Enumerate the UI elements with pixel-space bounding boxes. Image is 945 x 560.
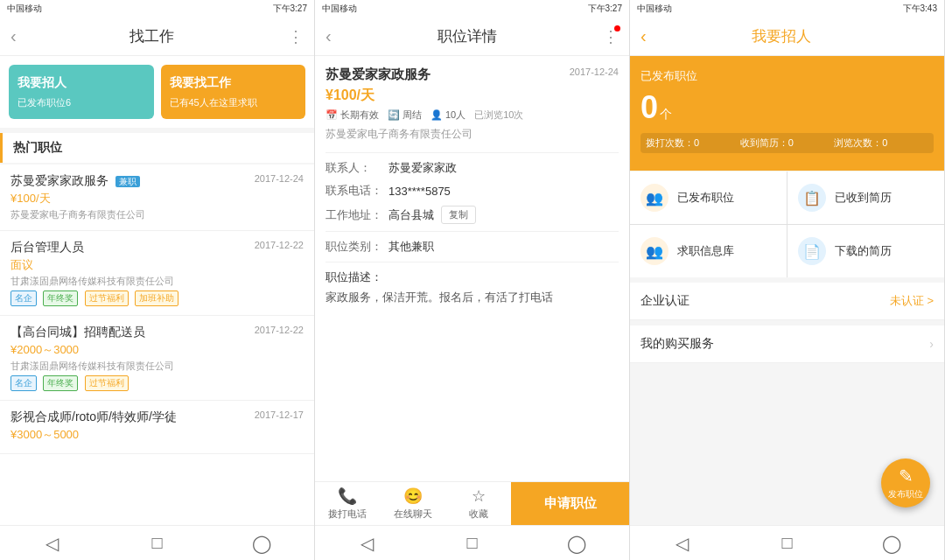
- contact-value: 苏曼爱家家政: [388, 160, 457, 176]
- carrier-3: 中国移动: [637, 3, 672, 15]
- panel3-scroll: 已发布职位 0 个 拨打次数：0 收到简历：0 浏览次数：0 👥 已发布职位 📋…: [630, 56, 944, 525]
- nav-recent-btn-2[interactable]: ◯: [559, 533, 594, 554]
- detail-content: 苏曼爱家家政服务 2017-12-24 ¥100/天 📅 长期有效 🔄 周结 👤…: [315, 56, 629, 481]
- download-icon: 📄: [798, 237, 826, 265]
- detail-meta: 📅 长期有效 🔄 周结 👤 10人 已浏览10次: [326, 108, 619, 122]
- job-item-3[interactable]: 【高台同城】招聘配送员 2017-12-22 ¥2000～3000 甘肃漾固鼎网…: [0, 316, 314, 401]
- job-tag-part: 兼职: [116, 176, 140, 187]
- detail-bottom-bar: 📞 拨打电话 😊 在线聊天 ☆ 收藏 申请职位: [315, 481, 629, 525]
- addr-value: 高台县城: [388, 207, 434, 223]
- detail-schedule: 🔄 周结: [388, 108, 422, 122]
- grid-download[interactable]: 📄 下载的简历: [788, 225, 944, 277]
- grid-received-label: 已收到简历: [835, 190, 892, 206]
- grid-published[interactable]: 👥 已发布职位: [630, 172, 787, 224]
- more-button-1[interactable]: ⋮: [288, 27, 304, 46]
- seek-card-title: 我要找工作: [170, 74, 298, 92]
- job-item-2[interactable]: 后台管理人员 2017-12-22 面议 甘肃漾固鼎网络传媒科技有限责任公司 名…: [0, 231, 314, 316]
- service-label: 我的购买服务: [640, 336, 714, 352]
- detail-salary: ¥100/天: [326, 87, 619, 105]
- nav-recent-btn-1[interactable]: ◯: [244, 533, 279, 554]
- nav-title-3: 我要招人: [752, 26, 811, 46]
- fab-icon: ✎: [899, 466, 914, 486]
- unread-dot-2: [614, 25, 620, 32]
- job-salary-3: ¥2000～3000: [10, 342, 304, 358]
- received-icon: 📋: [798, 184, 826, 212]
- tag-jiaban-2: 加班补助: [135, 290, 178, 306]
- nav-bar-1: ‹ 找工作 ⋮: [0, 18, 314, 56]
- panel-find-job: 中国移动 下午3:27 ‹ 找工作 ⋮ 我要招人 已发布职位6 我要找工作 已有…: [0, 0, 315, 560]
- back-button-1[interactable]: ‹: [10, 26, 17, 46]
- nav-home-btn-1[interactable]: □: [139, 533, 174, 553]
- hot-section-title: 热门职位: [0, 133, 314, 163]
- category-value: 其他兼职: [388, 239, 434, 255]
- bottom-nav-2: ◁ □ ◯: [315, 525, 629, 560]
- job-item-1[interactable]: 苏曼爱家家政服务 兼职 2017-12-24 ¥100/天 苏曼爱家电子商务有限…: [0, 164, 314, 231]
- grid-seekers[interactable]: 👥 求职信息库: [630, 225, 787, 277]
- call-label: 拨打电话: [328, 508, 367, 521]
- published-icon: 👥: [640, 184, 668, 212]
- job-title-3: 【高台同城】招聘配送员: [10, 325, 145, 340]
- bottom-nav-1: ◁ □ ◯: [0, 525, 314, 560]
- nav-recent-btn-3[interactable]: ◯: [874, 533, 909, 554]
- chat-icon: 😊: [403, 486, 423, 506]
- collect-label: 收藏: [469, 508, 488, 521]
- job-salary-4: ¥3000～5000: [10, 427, 304, 443]
- grid-published-label: 已发布职位: [677, 190, 734, 206]
- bottom-nav-3: ◁ □ ◯: [630, 525, 944, 560]
- stat-resume: 收到简历：0: [740, 136, 835, 150]
- nav-back-btn-3[interactable]: ◁: [665, 533, 700, 554]
- time-3: 下午3:43: [903, 3, 937, 15]
- category-label: 职位类别：: [326, 239, 388, 255]
- detail-category-row: 职位类别： 其他兼职: [326, 239, 619, 255]
- job-title-1: 苏曼爱家家政服务 兼职: [10, 173, 140, 189]
- contact-label: 联系人：: [326, 160, 388, 176]
- detail-validity: 📅 长期有效: [326, 108, 379, 122]
- star-icon: ☆: [472, 486, 486, 506]
- seek-card-sub: 已有45人在这里求职: [170, 95, 298, 110]
- cert-row[interactable]: 企业认证 未认证 >: [630, 283, 944, 320]
- phone-label: 联系电话：: [326, 183, 388, 199]
- detail-headcount: 👤 10人: [430, 108, 466, 122]
- back-button-2[interactable]: ‹: [326, 26, 332, 46]
- job-item-4[interactable]: 影视合成师/roto师/特效师/学徒 2017-12-17 ¥3000～5000: [0, 401, 314, 454]
- p3-stats: 拨打次数：0 收到简历：0 浏览次数：0: [640, 133, 934, 153]
- call-button[interactable]: 📞 拨打电话: [315, 486, 381, 521]
- job-date-3: 2017-12-22: [255, 325, 304, 335]
- status-bar-3: 中国移动 下午3:43: [630, 0, 944, 18]
- fab-publish[interactable]: ✎ 发布职位: [881, 458, 930, 508]
- panel-hire: 中国移动 下午3:43 ‹ 我要招人 已发布职位 0 个 拨打次数：0 收到简历…: [630, 0, 945, 560]
- nav-home-btn-2[interactable]: □: [454, 533, 489, 553]
- hire-card[interactable]: 我要招人 已发布职位6: [9, 65, 154, 119]
- desc-label: 职位描述：: [326, 270, 619, 285]
- more-button-2[interactable]: ⋮: [603, 27, 619, 46]
- tag-nianzhong-2: 年终奖: [43, 290, 78, 306]
- panel-job-detail: 中国移动 下午3:27 ‹ 职位详情 ⋮ 苏曼爱家家政服务 2017-12-24…: [315, 0, 630, 560]
- nav-back-btn-2[interactable]: ◁: [350, 533, 385, 554]
- seek-card[interactable]: 我要找工作 已有45人在这里求职: [161, 65, 306, 119]
- published-unit: 个: [660, 107, 672, 122]
- apply-button[interactable]: 申请职位: [511, 482, 629, 525]
- job-salary-1: ¥100/天: [10, 191, 304, 206]
- carrier-2: 中国移动: [322, 3, 357, 15]
- job-company-1: 苏曼爱家电子商务有限责任公司: [10, 208, 304, 221]
- carrier-1: 中国移动: [7, 3, 42, 15]
- copy-button[interactable]: 复制: [441, 206, 476, 224]
- nav-home-btn-3[interactable]: □: [769, 533, 804, 553]
- nav-back-btn-1[interactable]: ◁: [35, 533, 70, 554]
- grid-download-label: 下载的简历: [835, 243, 892, 259]
- service-row[interactable]: 我的购买服务 ›: [630, 326, 944, 363]
- grid-received[interactable]: 📋 已收到简历: [788, 172, 944, 224]
- p3-bottom-spacer: [630, 363, 944, 433]
- chat-button[interactable]: 😊 在线聊天: [381, 486, 446, 521]
- header-cards: 我要招人 已发布职位6 我要找工作 已有45人在这里求职: [0, 56, 314, 128]
- back-button-3[interactable]: ‹: [640, 26, 647, 46]
- detail-job-name: 苏曼爱家家政服务: [326, 66, 430, 83]
- p3-orange-header: 已发布职位 0 个 拨打次数：0 收到简历：0 浏览次数：0: [630, 56, 944, 171]
- tag-mingqi-2: 名企: [10, 290, 37, 306]
- detail-browse: 已浏览10次: [474, 108, 523, 122]
- collect-button[interactable]: ☆ 收藏: [446, 486, 512, 521]
- status-bar-1: 中国移动 下午3:27: [0, 0, 314, 18]
- desc-value: 家政服务，保洁开荒。报名后，有活了打电话: [326, 289, 619, 307]
- time-1: 下午3:27: [273, 3, 307, 15]
- job-list: 苏曼爱家家政服务 兼职 2017-12-24 ¥100/天 苏曼爱家电子商务有限…: [0, 164, 314, 526]
